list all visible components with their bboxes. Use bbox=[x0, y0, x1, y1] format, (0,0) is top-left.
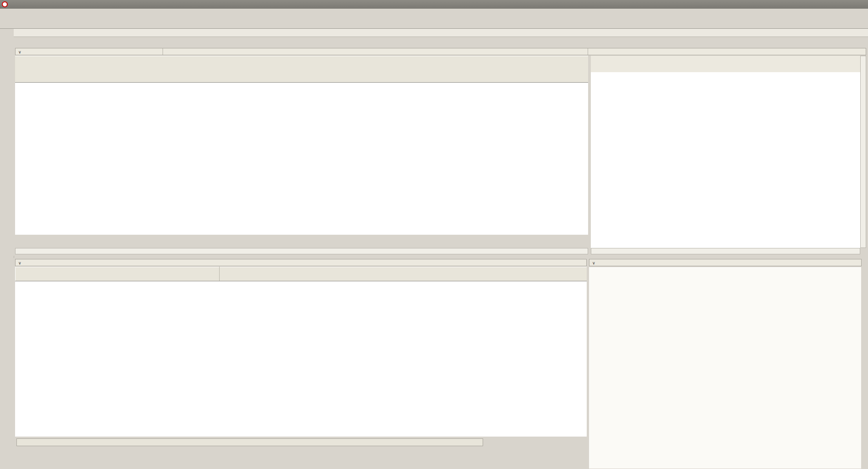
layout-options-bar[interactable]: ∨ bbox=[15, 48, 866, 55]
app-logo-icon bbox=[2, 1, 8, 7]
gantt-vscrollbar[interactable] bbox=[860, 56, 866, 248]
column-divider bbox=[219, 267, 220, 281]
resource-usage-histogram bbox=[589, 267, 861, 469]
chevron-down-icon: ∨ bbox=[18, 261, 21, 265]
activity-table-header bbox=[15, 56, 588, 83]
resource-name-column-header[interactable] bbox=[15, 267, 587, 281]
gantt-hscrollbar[interactable] bbox=[591, 248, 860, 254]
histogram-display-bar[interactable]: ∨ bbox=[589, 259, 862, 266]
application-window: ∨ ∨ ∨ bbox=[0, 0, 868, 469]
workspace-tabs bbox=[14, 37, 868, 47]
menu-bar bbox=[0, 9, 868, 17]
toolbar bbox=[0, 17, 868, 29]
layout-bar-divider bbox=[163, 48, 163, 55]
chevron-down-icon: ∨ bbox=[592, 261, 595, 265]
layout-bar-divider2 bbox=[588, 48, 588, 55]
resource-list bbox=[15, 281, 587, 437]
table-hscrollbar[interactable] bbox=[15, 248, 588, 254]
close-icon[interactable] bbox=[855, 29, 863, 36]
activity-table bbox=[15, 83, 588, 235]
display-activities-bar bbox=[16, 438, 483, 446]
resources-pane: ∨ bbox=[14, 258, 588, 469]
gantt-chart bbox=[591, 72, 860, 248]
directory-bar bbox=[0, 29, 14, 469]
title-bar bbox=[0, 0, 868, 9]
chevron-down-icon: ∨ bbox=[18, 50, 21, 54]
workspace-title-bar bbox=[14, 29, 868, 37]
gantt-timescale[interactable] bbox=[591, 56, 860, 72]
activities-pane: ∨ bbox=[14, 47, 868, 256]
resources-display-bar[interactable]: ∨ bbox=[15, 259, 587, 266]
resource-usage-pane: ∨ bbox=[588, 258, 868, 469]
